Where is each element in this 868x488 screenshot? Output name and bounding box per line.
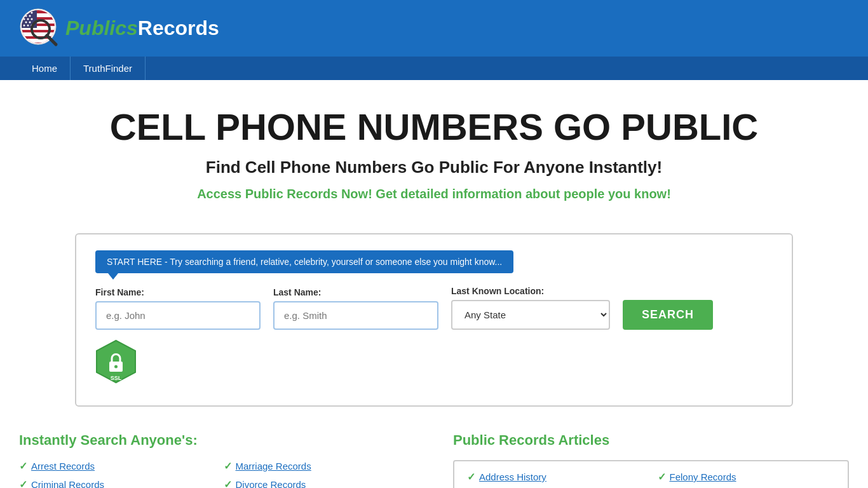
nav-home[interactable]: Home bbox=[19, 57, 71, 80]
search-button[interactable]: SEARCH bbox=[623, 300, 713, 330]
logo[interactable]: PublicsRecords bbox=[19, 8, 219, 49]
articles-title: Public Records Articles bbox=[453, 432, 849, 449]
check-icon: ✓ bbox=[224, 460, 232, 472]
list-item: ✓ Address History bbox=[467, 471, 645, 483]
search-tooltip: START HERE - Try searching a friend, rel… bbox=[95, 250, 513, 273]
list-item: ✓ Marriage Records bbox=[224, 460, 416, 472]
location-group: Last Known Location: Any State AlabamaAl… bbox=[451, 286, 610, 330]
hero-tagline: Access Public Records Now! Get detailed … bbox=[13, 187, 855, 201]
hero-headline: CELL PHONE NUMBERS GO PUBLIC bbox=[13, 105, 855, 148]
check-icon: ✓ bbox=[19, 460, 27, 472]
svg-point-13 bbox=[29, 15, 31, 17]
search-box: START HERE - Try searching a friend, rel… bbox=[75, 233, 793, 407]
svg-text:SSL: SSL bbox=[111, 375, 122, 381]
last-name-label: Last Name: bbox=[273, 287, 438, 297]
first-name-group: First Name: bbox=[95, 287, 261, 330]
divorce-records-link[interactable]: Divorce Records bbox=[236, 479, 306, 488]
marriage-records-link[interactable]: Marriage Records bbox=[236, 461, 311, 471]
first-name-label: First Name: bbox=[95, 287, 261, 297]
hero-subheadline: Find Cell Phone Numbers Go Public For An… bbox=[13, 158, 855, 177]
svg-point-20 bbox=[27, 25, 29, 27]
list-item: ✓ Felony Records bbox=[658, 471, 836, 483]
svg-point-11 bbox=[31, 12, 33, 14]
logo-text: PublicsRecords bbox=[65, 17, 219, 40]
check-icon: ✓ bbox=[19, 478, 27, 488]
logo-records-text: Records bbox=[138, 17, 219, 39]
logo-icon bbox=[19, 8, 60, 49]
last-name-input[interactable] bbox=[273, 301, 438, 330]
list-item: ✓ Criminal Records bbox=[19, 478, 211, 488]
last-name-group: Last Name: bbox=[273, 287, 438, 330]
svg-point-15 bbox=[27, 18, 29, 20]
felony-records-link[interactable]: Felony Records bbox=[670, 471, 736, 482]
instantly-search-title: Instantly Search Anyone's: bbox=[19, 432, 415, 449]
list-item: ✓ Divorce Records bbox=[224, 478, 416, 488]
bottom-section: Instantly Search Anyone's: ✓ Arrest Reco… bbox=[0, 432, 868, 488]
svg-point-9 bbox=[24, 12, 25, 14]
svg-point-19 bbox=[24, 25, 25, 27]
hero-section: CELL PHONE NUMBERS GO PUBLIC Find Cell P… bbox=[0, 80, 868, 233]
location-label: Last Known Location: bbox=[451, 286, 610, 296]
svg-point-26 bbox=[114, 365, 118, 369]
articles-grid: ✓ Address History ✓ Felony Records ✓ Sex… bbox=[467, 471, 835, 488]
instantly-search-list: ✓ Arrest Records ✓ Marriage Records ✓ Cr… bbox=[19, 460, 415, 488]
site-header: PublicsRecords bbox=[0, 0, 868, 57]
main-nav: Home TruthFinder bbox=[0, 57, 868, 80]
address-history-link[interactable]: Address History bbox=[479, 471, 546, 482]
instantly-search-panel: Instantly Search Anyone's: ✓ Arrest Reco… bbox=[19, 432, 440, 488]
first-name-input[interactable] bbox=[95, 301, 261, 330]
check-icon: ✓ bbox=[224, 478, 232, 488]
svg-point-18 bbox=[29, 22, 31, 24]
search-fields: First Name: Last Name: Last Known Locati… bbox=[95, 286, 773, 330]
svg-point-16 bbox=[31, 18, 33, 20]
logo-publics-text: Publics bbox=[65, 17, 138, 39]
check-icon: ✓ bbox=[658, 471, 666, 483]
state-select[interactable]: Any State AlabamaAlaskaArizona ArkansasC… bbox=[451, 300, 610, 330]
nav-truthfinder[interactable]: TruthFinder bbox=[71, 57, 146, 80]
articles-panel: Public Records Articles ✓ Address Histor… bbox=[440, 432, 849, 488]
criminal-records-link[interactable]: Criminal Records bbox=[31, 479, 104, 488]
check-icon: ✓ bbox=[467, 471, 475, 483]
articles-box: ✓ Address History ✓ Felony Records ✓ Sex… bbox=[453, 460, 849, 488]
ssl-badge: SSL bbox=[95, 339, 137, 384]
arrest-records-link[interactable]: Arrest Records bbox=[31, 461, 95, 471]
list-item: ✓ Arrest Records bbox=[19, 460, 211, 472]
svg-point-17 bbox=[25, 22, 27, 24]
